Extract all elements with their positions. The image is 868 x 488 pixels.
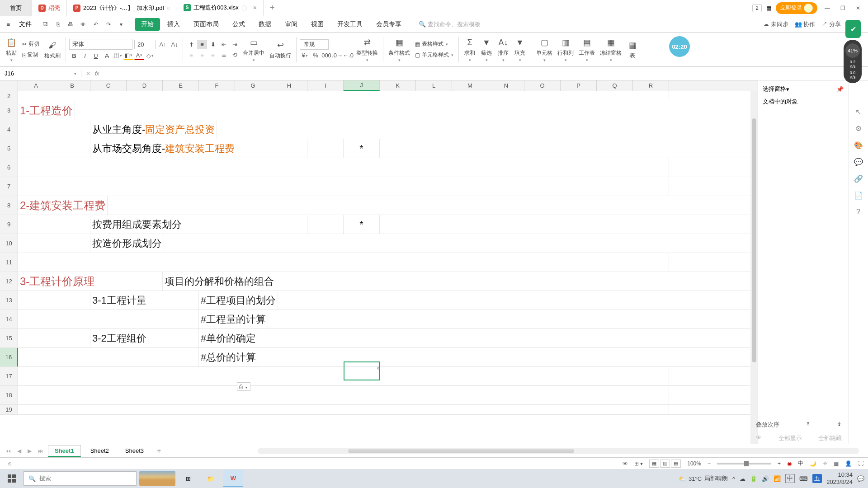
tab-xlsx[interactable]: S 工程造价003.xlsx ▢ × (177, 0, 264, 16)
rtab-start[interactable]: 开始 (135, 18, 160, 31)
comma-icon[interactable]: 000 (321, 51, 331, 60)
wrap-button[interactable]: ↩自动换行 (268, 38, 293, 61)
cursor-tool-icon[interactable]: ↖ (855, 108, 861, 116)
sheet-tab-3[interactable]: Sheet3 (118, 445, 151, 456)
link-tool-icon[interactable]: 🔗 (854, 174, 863, 183)
cancel-fx-icon[interactable]: ✕ (86, 70, 90, 77)
grow-font-icon[interactable]: A↑ (158, 40, 168, 49)
taskview-icon[interactable]: ⊞ (178, 470, 198, 487)
zoom-in-icon[interactable]: + (778, 460, 781, 467)
cell-F13[interactable]: #工程项目的划分 (199, 291, 278, 310)
export-icon[interactable]: ⎘ (53, 20, 62, 29)
cell-A12[interactable]: 3-工程计价原理 (18, 272, 163, 291)
type-convert-button[interactable]: ⇄类型转换▾ (354, 36, 380, 63)
tray-4-icon[interactable]: ✧ (823, 460, 827, 467)
unsync-button[interactable]: ☁ 未同步 (763, 20, 788, 28)
bold-button[interactable]: B (69, 51, 79, 60)
strike-button[interactable]: A̶ (102, 51, 112, 60)
pane-pin-icon[interactable]: 📌 (836, 86, 844, 93)
volume-icon[interactable]: 🔊 (762, 475, 769, 482)
explorer-icon[interactable]: 📁 (201, 470, 221, 487)
worksheet-button[interactable]: ▤工作表▾ (577, 36, 597, 63)
chevron-up-icon[interactable]: ^ (732, 475, 735, 482)
save-icon[interactable]: 🖫 (41, 20, 50, 29)
cell-A3[interactable]: 1-工程造价 (18, 101, 75, 120)
format-painter-button[interactable]: 🖌格式刷 (42, 38, 62, 61)
tray-7-icon[interactable]: ⛶ (858, 460, 863, 467)
row-2[interactable]: 2 (0, 91, 18, 101)
row-19[interactable]: 19 (0, 405, 18, 414)
sheet-prev-icon[interactable]: ◀ (15, 448, 23, 454)
cell-button[interactable]: ▢单元格▾ (534, 36, 554, 63)
table-style-button[interactable]: ▦表格样式▾ (413, 39, 455, 49)
cell-C4[interactable]: 从业主角度-固定资产总投资 (90, 120, 217, 139)
horizontal-scrollbar[interactable] (258, 448, 859, 454)
cell-C10[interactable]: 按造价形成划分 (90, 234, 164, 253)
cell-J9[interactable]: * (344, 215, 380, 234)
coop-button[interactable]: 👥 协作 (795, 20, 816, 28)
bring-forward-icon[interactable]: ↟ (806, 421, 811, 429)
eye-icon[interactable]: 👁 (756, 434, 762, 442)
maximize-button[interactable]: ❐ (837, 3, 848, 14)
font-color-button[interactable]: A▾ (134, 51, 144, 60)
row-15[interactable]: 15 (0, 329, 18, 347)
border-button[interactable]: 田▾ (113, 51, 123, 60)
chat-tool-icon[interactable]: 💬 (854, 158, 863, 166)
row-17[interactable]: 17 (0, 367, 18, 385)
vscroll-thumb[interactable] (752, 118, 756, 362)
cell-C5[interactable]: 从市场交易角度-建筑安装工程费 (90, 139, 307, 158)
undo-icon[interactable]: ↶ (91, 20, 100, 29)
col-P[interactable]: P (561, 80, 597, 91)
align-middle-icon[interactable]: ≡ (197, 40, 207, 49)
select-all-corner[interactable] (0, 80, 18, 91)
rowcol-button[interactable]: ▥行和列▾ (556, 36, 576, 63)
row-7[interactable]: 7 (0, 177, 18, 196)
row-14[interactable]: 14 (0, 310, 18, 328)
filter-button[interactable]: ▼筛选▾ (479, 36, 494, 63)
underline-button[interactable]: U (91, 51, 101, 60)
file-menu[interactable]: 文件 (14, 19, 36, 30)
tab-add-button[interactable]: + (264, 3, 281, 13)
align-top-icon[interactable]: ⬆ (186, 40, 196, 49)
zoom-value[interactable]: 100% (687, 460, 701, 467)
sheet-tab-1[interactable]: Sheet1 (48, 445, 81, 457)
row-3[interactable]: 3 (0, 101, 18, 120)
font-name-select[interactable]: 宋体 (69, 39, 132, 50)
row-4[interactable]: 4 (0, 120, 18, 139)
align-justify-icon[interactable]: ≣ (219, 50, 229, 59)
shrink-font-icon[interactable]: A↓ (170, 40, 179, 49)
tray-6-icon[interactable]: 👤 (845, 460, 852, 467)
row-5[interactable]: 5 (0, 139, 18, 158)
wifi-icon[interactable]: 📶 (774, 475, 781, 482)
col-L[interactable]: L (416, 80, 452, 91)
ime-icon-2[interactable]: 五 (812, 474, 822, 483)
share-button[interactable]: ↗ 分享 (821, 20, 841, 28)
col-C[interactable]: C (90, 80, 127, 91)
show-all-button[interactable]: 全部显示 (778, 434, 802, 442)
sheet-last-icon[interactable]: ⏭ (36, 448, 45, 454)
dec-decimal-icon[interactable]: ←.0 (343, 51, 353, 60)
namebox-dropdown-icon[interactable]: ▾ (74, 71, 76, 76)
cond-fmt-button[interactable]: ▦条件格式▾ (387, 36, 412, 63)
col-F[interactable]: F (199, 80, 235, 91)
spreadsheet-grid[interactable]: A B C D E F G H I J K L M N O P Q R 2 31… (0, 80, 758, 444)
timer-badge[interactable]: 02:20 (669, 36, 690, 57)
hide-all-button[interactable]: 全部隐藏 (818, 434, 842, 442)
tray-1-icon[interactable]: ◉ (787, 460, 792, 467)
cloud-icon[interactable]: ☁ (740, 475, 745, 482)
col-N[interactable]: N (488, 80, 524, 91)
print-icon[interactable]: 🖶 (66, 20, 75, 29)
percent-icon[interactable]: % (311, 51, 321, 60)
cell[interactable] (18, 91, 669, 101)
eye-toggle-icon[interactable]: 👁 (623, 460, 628, 467)
cell-A8[interactable]: 2-建筑安装工程费 (18, 196, 108, 215)
tab-pdf[interactable]: P 2023《计价》-…】_加水印.pdf ○ (67, 0, 177, 16)
rtab-review[interactable]: 审阅 (278, 18, 304, 31)
wps-app-icon[interactable]: W (223, 470, 243, 487)
row-18[interactable]: 18 (0, 386, 18, 404)
grid-toggle-icon[interactable]: ⊞ ▾ (634, 460, 643, 467)
col-Q[interactable]: Q (597, 80, 633, 91)
shield-badge[interactable]: ✔ (845, 20, 861, 38)
col-E[interactable]: E (163, 80, 199, 91)
zoom-knob[interactable] (744, 461, 749, 466)
